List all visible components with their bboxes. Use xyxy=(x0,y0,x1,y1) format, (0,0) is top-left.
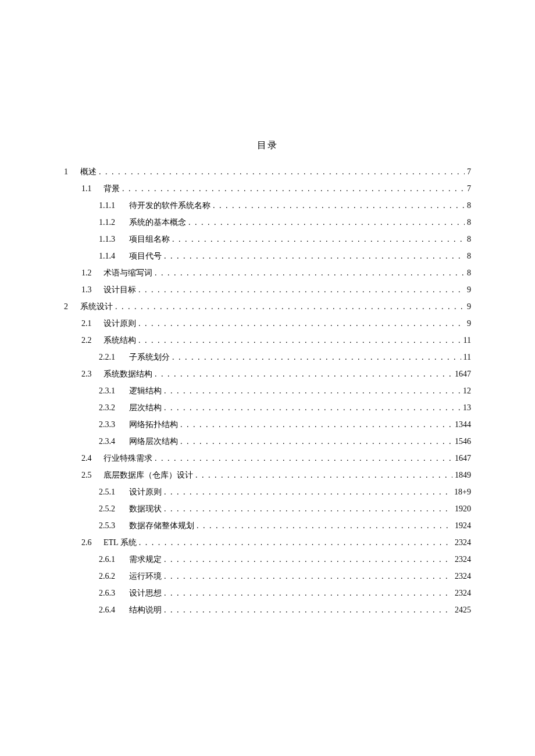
toc-entry-text: 子系统划分 xyxy=(129,349,170,366)
toc-entry-page: 7 xyxy=(467,180,471,197)
toc-entry[interactable]: 2.3.1逻辑结构. . . . . . . . . . . . . . . .… xyxy=(64,382,471,399)
toc-entry-number: 1.1.1 xyxy=(99,197,121,214)
toc-entry-number: 1.1.4 xyxy=(99,248,121,264)
toc-leader-dots: . . . . . . . . . . . . . . . . . . . . … xyxy=(138,281,465,298)
toc-entry-number: 1 xyxy=(64,163,72,180)
toc-entry-number: 2.2 xyxy=(81,332,95,349)
toc-leader-dots: . . . . . . . . . . . . . . . . . . . . … xyxy=(172,231,465,248)
toc-entry[interactable]: 2.6.3设计思想. . . . . . . . . . . . . . . .… xyxy=(64,585,471,601)
toc-entry-page: 2324 xyxy=(455,585,471,601)
toc-entry-text: ETL 系统 xyxy=(104,534,137,551)
toc-entry[interactable]: 2.5.3数据存储整体规划. . . . . . . . . . . . . .… xyxy=(64,517,471,534)
toc-entry[interactable]: 1.2术语与缩写词. . . . . . . . . . . . . . . .… xyxy=(64,264,471,281)
toc-entry-number: 2.6.3 xyxy=(99,585,121,601)
toc-leader-dots: . . . . . . . . . . . . . . . . . . . . … xyxy=(195,467,452,483)
toc-entry-page: 9 xyxy=(467,298,471,315)
toc-entry-text: 项目组名称 xyxy=(129,231,170,248)
toc-entry[interactable]: 2.4行业特殊需求. . . . . . . . . . . . . . . .… xyxy=(64,450,471,467)
toc-leader-dots: . . . . . . . . . . . . . . . . . . . . … xyxy=(122,180,465,197)
toc-entry-number: 2.1 xyxy=(81,315,95,332)
toc-entry-page: 1344 xyxy=(455,416,471,433)
toc-entry-page: 2324 xyxy=(455,568,471,585)
toc-entry-page: 7 xyxy=(467,163,471,180)
toc-leader-dots: . . . . . . . . . . . . . . . . . . . . … xyxy=(164,399,461,416)
toc-leader-dots: . . . . . . . . . . . . . . . . . . . . … xyxy=(164,500,452,517)
toc-entry-text: 术语与缩写词 xyxy=(104,264,152,281)
toc-entry[interactable]: 2.5.2数据现状. . . . . . . . . . . . . . . .… xyxy=(64,500,471,517)
toc-container: 1概述. . . . . . . . . . . . . . . . . . .… xyxy=(64,163,471,618)
toc-entry[interactable]: 2.6.1需求规定. . . . . . . . . . . . . . . .… xyxy=(64,551,471,568)
toc-entry-text: 设计思想 xyxy=(129,585,162,601)
toc-entry-number: 2.3.3 xyxy=(99,416,121,433)
toc-entry-page: 11 xyxy=(463,349,471,366)
toc-entry-text: 系统设计 xyxy=(80,298,113,315)
toc-entry-text: 网络拓扑结构 xyxy=(129,416,178,433)
toc-entry-number: 2.2.1 xyxy=(99,349,121,366)
toc-entry[interactable]: 2.2系统结构. . . . . . . . . . . . . . . . .… xyxy=(64,332,471,349)
toc-entry-text: 设计原则 xyxy=(104,315,136,332)
toc-entry-page: 9 xyxy=(467,281,471,298)
toc-entry-page: 8 xyxy=(467,264,471,281)
toc-entry-page: 8 xyxy=(467,214,471,231)
toc-entry[interactable]: 1概述. . . . . . . . . . . . . . . . . . .… xyxy=(64,163,471,180)
toc-leader-dots: . . . . . . . . . . . . . . . . . . . . … xyxy=(180,416,452,433)
toc-entry-number: 2.3.2 xyxy=(99,399,121,416)
toc-entry[interactable]: 2.2.1子系统划分. . . . . . . . . . . . . . . … xyxy=(64,349,471,366)
toc-entry-text: 底层数据库（仓库）设计 xyxy=(104,467,193,483)
toc-entry-page: 8 xyxy=(467,248,471,264)
toc-entry-text: 系统的基本概念 xyxy=(129,214,186,231)
toc-leader-dots: . . . . . . . . . . . . . . . . . . . . … xyxy=(115,298,465,315)
toc-entry-number: 1.2 xyxy=(81,264,95,281)
toc-entry[interactable]: 2.6ETL 系统. . . . . . . . . . . . . . . .… xyxy=(64,534,471,551)
toc-entry-text: 结构说明 xyxy=(129,601,162,618)
toc-entry-page: 1546 xyxy=(455,433,471,450)
toc-entry[interactable]: 1.1.3项目组名称. . . . . . . . . . . . . . . … xyxy=(64,231,471,248)
toc-entry[interactable]: 2.3.3网络拓扑结构. . . . . . . . . . . . . . .… xyxy=(64,416,471,433)
toc-entry-number: 1.1 xyxy=(81,180,95,197)
toc-leader-dots: . . . . . . . . . . . . . . . . . . . . … xyxy=(164,568,452,585)
toc-entry-text: 网络层次结构 xyxy=(129,433,178,450)
toc-entry[interactable]: 2.3.4网络层次结构. . . . . . . . . . . . . . .… xyxy=(64,433,471,450)
toc-leader-dots: . . . . . . . . . . . . . . . . . . . . … xyxy=(138,332,461,349)
toc-entry-page: 1647 xyxy=(455,450,471,467)
toc-leader-dots: . . . . . . . . . . . . . . . . . . . . … xyxy=(139,534,452,551)
toc-leader-dots: . . . . . . . . . . . . . . . . . . . . … xyxy=(155,366,452,382)
toc-entry-text: 需求规定 xyxy=(129,551,162,568)
toc-entry-number: 2.4 xyxy=(81,450,95,467)
toc-entry[interactable]: 2.5底层数据库（仓库）设计. . . . . . . . . . . . . … xyxy=(64,467,471,483)
toc-title: 目录 xyxy=(64,139,471,152)
toc-leader-dots: . . . . . . . . . . . . . . . . . . . . … xyxy=(164,551,452,568)
toc-entry[interactable]: 2.1设计原则. . . . . . . . . . . . . . . . .… xyxy=(64,315,471,332)
toc-entry-text: 数据存储整体规划 xyxy=(129,517,194,534)
toc-leader-dots: . . . . . . . . . . . . . . . . . . . . … xyxy=(164,248,465,264)
toc-entry-number: 2.5 xyxy=(81,467,95,483)
toc-entry-number: 2.5.3 xyxy=(99,517,121,534)
toc-entry-number: 1.3 xyxy=(81,281,95,298)
toc-entry[interactable]: 1.1.4项目代号. . . . . . . . . . . . . . . .… xyxy=(64,248,471,264)
toc-entry-page: 18+9 xyxy=(454,483,471,500)
toc-entry-page: 12 xyxy=(463,382,471,399)
toc-entry-number: 2.3 xyxy=(81,366,95,382)
toc-entry[interactable]: 2系统设计. . . . . . . . . . . . . . . . . .… xyxy=(64,298,471,315)
toc-entry-page: 8 xyxy=(467,231,471,248)
toc-entry[interactable]: 1.1.1待开发的软件系统名称. . . . . . . . . . . . .… xyxy=(64,197,471,214)
toc-entry-text: 概述 xyxy=(80,163,97,180)
toc-entry-text: 设计目标 xyxy=(104,281,136,298)
toc-entry-page: 13 xyxy=(463,399,471,416)
toc-entry[interactable]: 1.3设计目标. . . . . . . . . . . . . . . . .… xyxy=(64,281,471,298)
toc-leader-dots: . . . . . . . . . . . . . . . . . . . . … xyxy=(164,601,452,618)
toc-entry-page: 1647 xyxy=(455,366,471,382)
toc-entry[interactable]: 2.6.4结构说明. . . . . . . . . . . . . . . .… xyxy=(64,601,471,618)
toc-entry[interactable]: 2.5.1设计原则. . . . . . . . . . . . . . . .… xyxy=(64,483,471,500)
toc-entry-page: 9 xyxy=(467,315,471,332)
toc-entry[interactable]: 2.3系统数据结构. . . . . . . . . . . . . . . .… xyxy=(64,366,471,382)
toc-leader-dots: . . . . . . . . . . . . . . . . . . . . … xyxy=(164,382,461,399)
toc-entry[interactable]: 1.1背景. . . . . . . . . . . . . . . . . .… xyxy=(64,180,471,197)
toc-entry-page: 2324 xyxy=(455,551,471,568)
toc-entry[interactable]: 1.1.2系统的基本概念. . . . . . . . . . . . . . … xyxy=(64,214,471,231)
toc-entry[interactable]: 2.3.2层次结构. . . . . . . . . . . . . . . .… xyxy=(64,399,471,416)
toc-entry-text: 系统结构 xyxy=(104,332,136,349)
toc-entry-number: 2.6 xyxy=(81,534,95,551)
toc-entry-number: 2.5.2 xyxy=(99,500,121,517)
toc-entry[interactable]: 2.6.2运行环境. . . . . . . . . . . . . . . .… xyxy=(64,568,471,585)
